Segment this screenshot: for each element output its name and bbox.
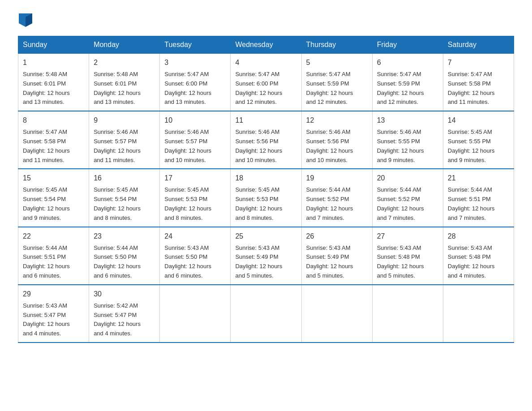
weekday-header-thursday: Thursday (301, 36, 372, 54)
day-number: 9 (94, 115, 155, 126)
day-info: Sunrise: 5:48 AMSunset: 6:01 PMDaylight:… (94, 70, 155, 107)
calendar-cell: 12Sunrise: 5:46 AMSunset: 5:56 PMDayligh… (301, 111, 372, 169)
day-number: 26 (306, 231, 368, 242)
day-info: Sunrise: 5:42 AMSunset: 5:47 PMDaylight:… (94, 301, 155, 338)
day-number: 11 (235, 115, 296, 126)
day-number: 18 (235, 173, 296, 184)
calendar-cell: 14Sunrise: 5:45 AMSunset: 5:55 PMDayligh… (443, 111, 514, 169)
logo-icon (19, 13, 32, 27)
calendar-cell: 3Sunrise: 5:47 AMSunset: 6:00 PMDaylight… (160, 54, 231, 111)
day-info: Sunrise: 5:43 AMSunset: 5:49 PMDaylight:… (306, 244, 368, 281)
day-number: 22 (23, 231, 84, 242)
day-info: Sunrise: 5:44 AMSunset: 5:52 PMDaylight:… (306, 185, 368, 223)
day-number: 20 (377, 173, 438, 184)
day-info: Sunrise: 5:45 AMSunset: 5:54 PMDaylight:… (94, 185, 155, 223)
day-info: Sunrise: 5:46 AMSunset: 5:55 PMDaylight:… (377, 128, 438, 165)
day-info: Sunrise: 5:43 AMSunset: 5:50 PMDaylight:… (164, 244, 226, 281)
day-info: Sunrise: 5:44 AMSunset: 5:50 PMDaylight:… (94, 244, 155, 281)
day-info: Sunrise: 5:46 AMSunset: 5:56 PMDaylight:… (235, 128, 296, 165)
calendar-cell (160, 285, 231, 342)
day-number: 15 (23, 173, 84, 184)
day-number: 17 (164, 173, 226, 184)
weekday-header-monday: Monday (89, 36, 160, 54)
logo (18, 13, 32, 27)
calendar-cell: 2Sunrise: 5:48 AMSunset: 6:01 PMDaylight… (89, 54, 160, 111)
day-number: 4 (235, 57, 296, 68)
weekday-header-friday: Friday (372, 36, 443, 54)
day-number: 29 (23, 289, 84, 300)
calendar-cell: 29Sunrise: 5:43 AMSunset: 5:47 PMDayligh… (18, 285, 89, 342)
calendar-cell: 26Sunrise: 5:43 AMSunset: 5:49 PMDayligh… (301, 227, 372, 285)
day-info: Sunrise: 5:44 AMSunset: 5:52 PMDaylight:… (377, 185, 438, 223)
day-info: Sunrise: 5:45 AMSunset: 5:55 PMDaylight:… (448, 128, 509, 165)
calendar-cell: 6Sunrise: 5:47 AMSunset: 5:59 PMDaylight… (372, 54, 443, 111)
day-number: 10 (164, 115, 226, 126)
day-number: 16 (94, 173, 155, 184)
page-header (18, 13, 514, 27)
day-info: Sunrise: 5:44 AMSunset: 5:51 PMDaylight:… (23, 244, 84, 281)
weekday-header-wednesday: Wednesday (231, 36, 301, 54)
day-info: Sunrise: 5:48 AMSunset: 6:01 PMDaylight:… (23, 70, 84, 107)
day-number: 6 (377, 57, 438, 68)
calendar-cell: 1Sunrise: 5:48 AMSunset: 6:01 PMDaylight… (18, 54, 89, 111)
day-number: 14 (448, 115, 509, 126)
calendar-cell (231, 285, 301, 342)
calendar-cell: 5Sunrise: 5:47 AMSunset: 5:59 PMDaylight… (301, 54, 372, 111)
day-number: 25 (235, 231, 296, 242)
calendar-cell: 20Sunrise: 5:44 AMSunset: 5:52 PMDayligh… (372, 169, 443, 227)
day-info: Sunrise: 5:43 AMSunset: 5:49 PMDaylight:… (235, 244, 296, 281)
calendar-cell: 9Sunrise: 5:46 AMSunset: 5:57 PMDaylight… (89, 111, 160, 169)
day-number: 24 (164, 231, 226, 242)
day-info: Sunrise: 5:46 AMSunset: 5:56 PMDaylight:… (306, 128, 368, 165)
day-info: Sunrise: 5:45 AMSunset: 5:53 PMDaylight:… (235, 185, 296, 223)
calendar-cell: 25Sunrise: 5:43 AMSunset: 5:49 PMDayligh… (231, 227, 301, 285)
weekday-header-saturday: Saturday (443, 36, 514, 54)
day-number: 8 (23, 115, 84, 126)
calendar-cell (372, 285, 443, 342)
day-number: 3 (164, 57, 226, 68)
calendar-cell: 21Sunrise: 5:44 AMSunset: 5:51 PMDayligh… (443, 169, 514, 227)
day-number: 7 (448, 57, 509, 68)
day-info: Sunrise: 5:43 AMSunset: 5:48 PMDaylight:… (448, 244, 509, 281)
calendar-week-3: 15Sunrise: 5:45 AMSunset: 5:54 PMDayligh… (18, 169, 514, 227)
day-info: Sunrise: 5:47 AMSunset: 6:00 PMDaylight:… (235, 70, 296, 107)
day-number: 19 (306, 173, 368, 184)
calendar-cell (301, 285, 372, 342)
calendar-week-1: 1Sunrise: 5:48 AMSunset: 6:01 PMDaylight… (18, 54, 514, 111)
calendar-cell: 30Sunrise: 5:42 AMSunset: 5:47 PMDayligh… (89, 285, 160, 342)
calendar-week-2: 8Sunrise: 5:47 AMSunset: 5:58 PMDaylight… (18, 111, 514, 169)
calendar-cell: 22Sunrise: 5:44 AMSunset: 5:51 PMDayligh… (18, 227, 89, 285)
calendar-cell: 16Sunrise: 5:45 AMSunset: 5:54 PMDayligh… (89, 169, 160, 227)
calendar-week-5: 29Sunrise: 5:43 AMSunset: 5:47 PMDayligh… (18, 285, 514, 342)
day-info: Sunrise: 5:46 AMSunset: 5:57 PMDaylight:… (94, 128, 155, 165)
calendar-header-row: SundayMondayTuesdayWednesdayThursdayFrid… (18, 36, 514, 54)
calendar-week-4: 22Sunrise: 5:44 AMSunset: 5:51 PMDayligh… (18, 227, 514, 285)
day-info: Sunrise: 5:47 AMSunset: 5:59 PMDaylight:… (306, 70, 368, 107)
calendar-cell: 10Sunrise: 5:46 AMSunset: 5:57 PMDayligh… (160, 111, 231, 169)
day-number: 30 (94, 289, 155, 300)
calendar-cell: 24Sunrise: 5:43 AMSunset: 5:50 PMDayligh… (160, 227, 231, 285)
day-number: 5 (306, 57, 368, 68)
day-number: 23 (94, 231, 155, 242)
calendar-cell: 11Sunrise: 5:46 AMSunset: 5:56 PMDayligh… (231, 111, 301, 169)
calendar-cell (443, 285, 514, 342)
calendar-cell: 4Sunrise: 5:47 AMSunset: 6:00 PMDaylight… (231, 54, 301, 111)
day-number: 21 (448, 173, 509, 184)
calendar-cell: 17Sunrise: 5:45 AMSunset: 5:53 PMDayligh… (160, 169, 231, 227)
day-number: 2 (94, 57, 155, 68)
day-info: Sunrise: 5:47 AMSunset: 5:58 PMDaylight:… (23, 128, 84, 165)
day-number: 1 (23, 57, 84, 68)
day-number: 28 (448, 231, 509, 242)
calendar-cell: 7Sunrise: 5:47 AMSunset: 5:58 PMDaylight… (443, 54, 514, 111)
day-info: Sunrise: 5:47 AMSunset: 5:58 PMDaylight:… (448, 70, 509, 107)
weekday-header-tuesday: Tuesday (160, 36, 231, 54)
day-number: 27 (377, 231, 438, 242)
calendar-cell: 15Sunrise: 5:45 AMSunset: 5:54 PMDayligh… (18, 169, 89, 227)
day-info: Sunrise: 5:47 AMSunset: 6:00 PMDaylight:… (164, 70, 226, 107)
calendar-cell: 13Sunrise: 5:46 AMSunset: 5:55 PMDayligh… (372, 111, 443, 169)
calendar-table: SundayMondayTuesdayWednesdayThursdayFrid… (18, 36, 514, 343)
day-number: 13 (377, 115, 438, 126)
calendar-cell: 19Sunrise: 5:44 AMSunset: 5:52 PMDayligh… (301, 169, 372, 227)
day-info: Sunrise: 5:45 AMSunset: 5:54 PMDaylight:… (23, 185, 84, 223)
day-info: Sunrise: 5:43 AMSunset: 5:47 PMDaylight:… (23, 301, 84, 338)
